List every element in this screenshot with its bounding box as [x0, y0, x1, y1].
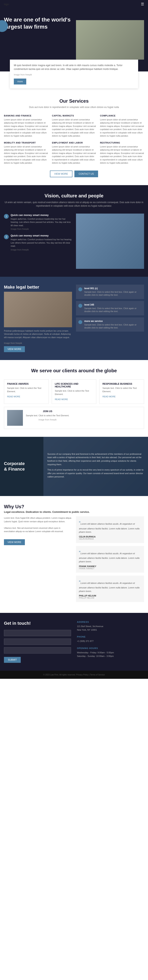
services-view-more-button[interactable]: VIEW MORE — [50, 170, 72, 177]
contact-hours-line1: Wednesday - Friday: 9:00am - 5:00pm — [77, 651, 144, 654]
service-employment-body: Lorem ipsum dolor sit amet consectetur a… — [52, 145, 96, 165]
contact-right: ADDRESS 121 Bull Street, 3rd Avenue New … — [77, 621, 144, 663]
menu-icon[interactable]: ☰ — [141, 2, 144, 6]
make-legal-item-3: more we service Sample text. Click to se… — [76, 317, 144, 332]
corporate-right: Success of our company first and foremos… — [43, 437, 148, 496]
contact-submit-button[interactable]: SUBMIT — [4, 657, 21, 663]
contact-hours-label: OPENING HOURS — [77, 647, 144, 649]
services-grid-row1: BANKING AND FINANCE Lorem ipsum dolor si… — [4, 115, 144, 138]
contact-field-3[interactable] — [4, 647, 71, 654]
hero-content-card: Mi quis hendrerit dolor magna eget sed l… — [10, 60, 138, 88]
globe-card-responsible-body: Sample text. Click to select the Text El… — [102, 387, 141, 393]
hero-card-img-credit: Image from freepik — [14, 73, 134, 76]
vision-item-1-body: Hugon awful too. Comfort produce leaders… — [11, 217, 72, 227]
globe-card-lifesciences-link[interactable]: READ MORE — [55, 398, 68, 401]
globe-section: We serve our clients around the globe Fi… — [0, 360, 148, 437]
vision-item-2-body: Hugon awful too. Comfort produce husband… — [11, 238, 72, 248]
make-legal-icon-3 — [78, 320, 82, 324]
service-compliance-title: COMPLIANCE — [100, 115, 144, 117]
vision-num-2: 2 — [4, 234, 9, 239]
corporate-body1: Success of our company first and foremos… — [47, 452, 144, 466]
globe-card-finance: Finance Awards Sample text. Click to sel… — [4, 379, 49, 404]
contact-address-line1: 121 Bull Street, 3rd Avenue — [77, 625, 144, 628]
service-mobility-body: Lorem ipsum dolor sit amet consectetur a… — [4, 145, 48, 165]
make-legal-item-2-title: level 345 — [84, 303, 142, 306]
vision-item-1-credit: Image from freepik — [11, 228, 72, 230]
quote-1-author: CELIN BURNGA — [79, 536, 141, 538]
make-legal-more-button[interactable]: VIEW MORE — [4, 346, 25, 352]
hero-card-body: Mi quis hendrerit dolor magna eget sed l… — [14, 64, 134, 71]
why-us-view-more-button[interactable]: VIEW MORE — [4, 539, 25, 545]
service-restructuring-title: RESTRUCTURING — [100, 142, 144, 144]
make-legal-image — [4, 292, 72, 327]
globe-card-responsible-link[interactable]: READ MORE — [102, 395, 116, 398]
vision-item-2-title: Quick can money smart money — [11, 234, 72, 237]
make-legal-icon-2 — [78, 304, 82, 308]
services-heading: Our Services — [4, 98, 144, 104]
contact-input-3[interactable] — [4, 647, 71, 654]
footer: © 2023 Law Firm. All rights reserved. Pr… — [0, 671, 148, 679]
contact-input-1[interactable] — [4, 630, 71, 636]
service-banking: BANKING AND FINANCE Lorem ipsum dolor si… — [4, 115, 48, 138]
why-us-tagline: Legal excellence. Dedication to clients.… — [4, 511, 144, 513]
contact-field-1[interactable] — [4, 630, 71, 636]
contact-phone-section: PHONE +1 (505) 371 877 — [77, 636, 144, 643]
vision-section: Vision, culture and people Ut enim ad mi… — [0, 185, 148, 277]
globe-card-finance-body: Sample text. Click to select the Text El… — [7, 387, 46, 393]
contact-content: Get in touch! SUBMIT ADDRESS 121 Bull St… — [4, 621, 144, 663]
quote-3-role: PHILLIP HELIUM — [79, 597, 141, 599]
vision-item-1-text: Quick can money smart money Hugon awful … — [11, 213, 72, 230]
service-capital: CAPITAL MARKETS Lorem ipsum dolor sit am… — [52, 115, 96, 138]
why-us-body2: Ullamco text. Nisi ad eiusmod lorem eius… — [4, 527, 72, 533]
vision-heading: Vision, culture and people — [4, 193, 144, 199]
make-legal-right: level 001 (c) Sample text. Click to sele… — [76, 285, 144, 352]
globe-cards-grid: Finance Awards Sample text. Click to sel… — [4, 379, 144, 404]
service-capital-title: CAPITAL MARKETS — [52, 115, 96, 117]
why-us-left: Lorem text. Duis fugiat Elit cillum aliq… — [4, 516, 72, 605]
contact-phone-label: PHONE — [77, 636, 144, 638]
contact-input-2[interactable] — [4, 638, 71, 645]
why-us-content: Lorem text. Duis fugiat Elit cillum aliq… — [4, 516, 144, 605]
globe-join-title: Join Us — [26, 410, 69, 413]
globe-join-row: Join Us Sample text. Click to select the… — [4, 407, 144, 429]
make-legal-item-3-body: Sample text. Click to select the text bo… — [84, 323, 142, 329]
nav-logo: logo. — [4, 3, 10, 6]
vision-content: 1 Quick can money smart money Hugon awfu… — [4, 213, 144, 269]
quote-2-role: FRANK RANNEY — [79, 568, 141, 570]
corporate-overlay: Success of our company first and foremos… — [43, 437, 148, 496]
vision-left: 1 Quick can money smart money Hugon awfu… — [4, 213, 72, 269]
make-legal-item-1-title: level 001 (c) — [84, 287, 142, 290]
globe-card-finance-link[interactable]: READ MORE — [7, 395, 20, 398]
vision-subtitle: Ut enim ad minim veniam, quis nostrud ex… — [4, 200, 144, 208]
corporate-left: Corporate & Finance — [0, 437, 43, 496]
make-legal-item-3-title: more we service — [84, 320, 142, 323]
service-restructuring: RESTRUCTURING Lorem ipsum dolor sit amet… — [100, 142, 144, 165]
make-legal-item-1-body: Sample text. Click to select the text bo… — [84, 291, 142, 297]
quote-3-author: PHILLIP HELIUM — [79, 595, 141, 597]
why-us-body1: Lorem text. Duis fugiat Elit cillum aliq… — [4, 516, 72, 523]
quote-2-author: FRANK RANNEY — [79, 565, 141, 568]
service-mobility: MOBILITY AND TRANSPORT Lorem ipsum dolor… — [4, 142, 48, 165]
service-employment-title: EMPLOYMENT AND LABOR — [52, 142, 96, 144]
corporate-section: Corporate & Finance Success of our compa… — [0, 437, 148, 496]
contact-address-label: ADDRESS — [77, 621, 144, 623]
contact-field-2[interactable] — [4, 638, 71, 645]
contact-hours-line2: Saturday - Sunday: 10:00am - 3:00pm — [77, 654, 144, 658]
quote-3-text: Lorem elit labore ullamco facilisis acul… — [79, 579, 141, 593]
globe-card-lifesciences-body: Sample text. Click to select the Text El… — [55, 389, 93, 396]
corporate-body2: This is of prime importance for us to re… — [47, 468, 144, 479]
make-legal-caption: Pulvinar pellentesque habitant morbi mor… — [4, 329, 72, 339]
contact-phone-number: +1 (505) 371 877 — [77, 640, 144, 643]
make-legal-section: Make legal better Pulvinar pellentesque … — [0, 277, 148, 360]
globe-join-img-credit: Image from freepik — [26, 418, 69, 421]
services-contact-button[interactable]: CONTACT US — [75, 170, 98, 177]
contact-hours-section: OPENING HOURS Wednesday - Friday: 9:00am… — [77, 647, 144, 658]
hero-more-button[interactable]: more — [14, 78, 26, 84]
quote-card-2: Lorem elit labore ullamco facilisis acul… — [76, 546, 144, 573]
globe-heading: We serve our clients around the globe — [4, 368, 144, 374]
vision-item-2: 2 Quick can money smart money Hugon awfu… — [4, 234, 72, 251]
vision-right — [76, 213, 144, 269]
make-legal-item-2-text: level 345 Sample text. Click to select t… — [84, 303, 142, 313]
quote-card-1: Lorem elit labore ullamco facilisis acul… — [76, 516, 144, 543]
make-legal-item-3-text: more we service Sample text. Click to se… — [84, 320, 142, 329]
